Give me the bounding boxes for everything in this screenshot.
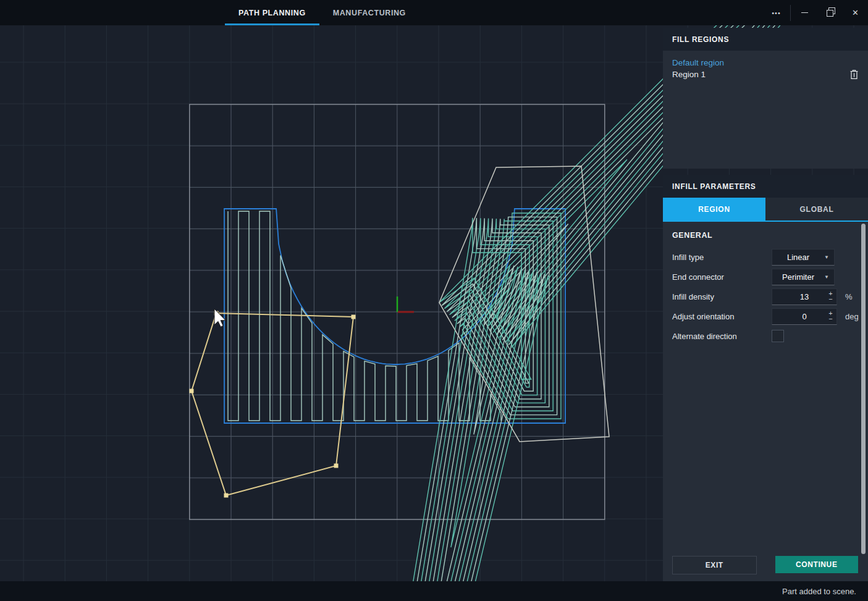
window-controls: ••• ✕ — [764, 0, 868, 25]
window-controls-divider — [790, 5, 791, 21]
status-bar: Part added to scene. — [0, 581, 868, 601]
infill-type-row: Infill type Linear ▼ — [672, 247, 859, 267]
decrement-icon[interactable]: − — [828, 316, 832, 322]
adjust-orientation-stepper: + − — [826, 309, 835, 324]
fill-regions-panel: FILL REGIONS Default region Region 1 — [663, 28, 868, 169]
fill-regions-list: Default region Region 1 — [663, 51, 868, 80]
end-connector-row: End connector Perimiter ▼ — [672, 267, 859, 287]
title-bar: PATH PLANNING MANUFACTURING ••• ✕ — [0, 0, 868, 25]
overflow-menu-icon[interactable]: ••• — [764, 0, 789, 25]
adjust-orientation-row: Adjust orientation 0 + − deg — [672, 306, 859, 326]
decrement-icon[interactable]: − — [828, 296, 832, 302]
adjust-orientation-unit: deg — [845, 312, 859, 321]
tab-path-planning[interactable]: PATH PLANNING — [225, 0, 319, 25]
adjust-orientation-input[interactable]: 0 + − — [772, 308, 837, 325]
end-connector-label: End connector — [672, 272, 772, 282]
infill-density-input[interactable]: 13 + − — [772, 288, 837, 305]
infill-density-stepper: + − — [826, 289, 835, 305]
region-item-label: Region 1 — [672, 70, 849, 79]
infill-density-value: 13 — [800, 292, 809, 301]
alternate-direction-row: Alternate direction — [672, 326, 859, 346]
region-item-region1[interactable]: Region 1 — [672, 69, 859, 80]
tab-region[interactable]: REGION — [663, 198, 765, 221]
infill-density-label: Infill density — [672, 292, 772, 301]
restore-button[interactable] — [817, 0, 843, 25]
continue-button[interactable]: CONTINUE — [775, 556, 859, 573]
infill-parameters-title: INFILL PARAMETERS — [663, 175, 868, 198]
alternate-direction-checkbox[interactable] — [772, 330, 784, 342]
restore-icon — [827, 10, 833, 17]
general-section-title: GENERAL — [672, 231, 859, 240]
alternate-direction-label: Alternate direction — [672, 332, 772, 341]
chevron-down-icon: ▼ — [824, 254, 834, 260]
chevron-down-icon: ▼ — [824, 274, 834, 280]
minimize-icon — [801, 12, 808, 13]
tab-global[interactable]: GLOBAL — [765, 198, 868, 221]
end-connector-value: Perimiter — [772, 272, 824, 282]
infill-type-value: Linear — [772, 253, 824, 262]
trash-icon[interactable] — [849, 69, 859, 80]
adjust-orientation-label: Adjust orientation — [672, 312, 772, 321]
infill-tabs: REGION GLOBAL — [663, 198, 868, 222]
region-item-label: Default region — [672, 58, 859, 67]
infill-type-select[interactable]: Linear ▼ — [772, 249, 835, 266]
minimize-button[interactable] — [792, 0, 817, 25]
infill-density-row: Infill density 13 + − % — [672, 287, 859, 306]
panel-scrollbar[interactable] — [861, 224, 866, 554]
infill-form: GENERAL Infill type Linear ▼ End connect… — [663, 222, 868, 346]
infill-parameters-panel: INFILL PARAMETERS REGION GLOBAL GENERAL … — [663, 175, 868, 581]
end-connector-select[interactable]: Perimiter ▼ — [772, 269, 835, 285]
adjust-orientation-value: 0 — [802, 312, 806, 321]
main-tabs: PATH PLANNING MANUFACTURING — [225, 0, 419, 25]
infill-type-label: Infill type — [672, 253, 772, 262]
close-button[interactable]: ✕ — [843, 0, 868, 25]
fill-regions-title: FILL REGIONS — [663, 28, 868, 51]
infill-density-unit: % — [845, 292, 853, 301]
panel-footer-buttons: EXIT CONTINUE — [672, 556, 858, 574]
exit-button[interactable]: EXIT — [672, 556, 757, 574]
status-message: Part added to scene. — [782, 587, 856, 596]
region-item-default[interactable]: Default region — [672, 57, 859, 69]
tab-manufacturing[interactable]: MANUFACTURING — [319, 0, 419, 25]
